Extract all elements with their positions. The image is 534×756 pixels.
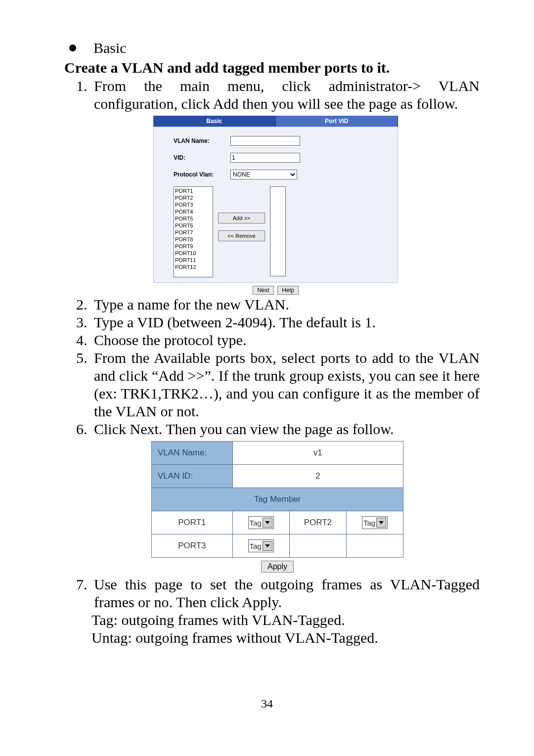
list-item[interactable]: PORT11: [175, 257, 212, 264]
step-6: Click Next. Then you can view the page a…: [91, 420, 480, 438]
section-heading: Create a VLAN and add tagged member port…: [64, 59, 480, 76]
chevron-down-icon: [376, 518, 386, 528]
tab-port-vid[interactable]: Port VID: [276, 116, 399, 127]
apply-button[interactable]: Apply: [261, 561, 294, 573]
port3-label: PORT3: [152, 534, 233, 558]
step-7b: Untag: outgoing frames without VLAN-Tagg…: [91, 629, 480, 647]
tag-member-header: Tag Member: [152, 488, 403, 511]
list-item[interactable]: PORT6: [175, 222, 212, 229]
list-item[interactable]: PORT8: [175, 236, 212, 243]
list-item[interactable]: PORT10: [175, 250, 212, 257]
next-button[interactable]: Next: [253, 286, 274, 295]
label-vlan-id: VLAN ID:: [152, 465, 233, 488]
port1-label: PORT1: [152, 511, 233, 534]
step-4: Choose the protocol type.: [91, 331, 480, 349]
vlan-name-value: v1: [232, 442, 403, 465]
step-7a: Tag: outgoing frames with VLAN-Tagged.: [91, 611, 480, 629]
step-3: Type a VID (between 2-4094). The default…: [91, 313, 480, 331]
port2-tag-select[interactable]: Tag: [362, 516, 388, 529]
port3-tag-select[interactable]: Tag: [248, 539, 274, 552]
step-5: From the Available ports box, select por…: [91, 349, 480, 420]
remove-port-button[interactable]: << Remove: [218, 230, 265, 241]
page-number: 34: [0, 697, 534, 711]
list-item[interactable]: PORT4: [175, 208, 212, 215]
figure-tag-member: VLAN Name: v1 VLAN ID: 2 Tag Member PORT…: [151, 441, 403, 573]
figure-vlan-basic: Basic Port VID VLAN Name: VID: Protocol …: [153, 116, 398, 295]
selected-ports-list[interactable]: [270, 186, 286, 276]
help-button[interactable]: Help: [277, 286, 299, 295]
list-item[interactable]: PORT12: [175, 264, 212, 270]
port1-tag-select[interactable]: Tag: [248, 516, 274, 529]
add-port-button[interactable]: Add >>: [218, 213, 265, 223]
list-item[interactable]: PORT2: [175, 194, 212, 201]
chevron-down-icon: [263, 518, 272, 528]
bullet-basic-text: Basic: [93, 40, 127, 56]
list-item[interactable]: PORT9: [175, 243, 212, 250]
list-item[interactable]: PORT1: [175, 187, 212, 194]
list-item[interactable]: PORT7: [175, 229, 212, 236]
vlan-name-input[interactable]: [230, 136, 300, 146]
list-item[interactable]: PORT3: [175, 201, 212, 208]
step-7: Use this page to set the outgoing frames…: [91, 576, 480, 611]
available-ports-list[interactable]: PORT1 PORT2 PORT3 PORT4 PORT5 PORT6 PORT…: [174, 186, 213, 277]
step-1: From the main menu, click administrator-…: [91, 77, 480, 113]
label-vid: VID:: [174, 154, 230, 161]
label-vlan-name-2: VLAN Name:: [152, 442, 233, 465]
bullet-icon: [69, 44, 76, 51]
vid-input[interactable]: [230, 153, 300, 163]
chevron-down-icon: [263, 541, 272, 551]
label-vlan-name: VLAN Name:: [174, 137, 230, 144]
vlan-id-value: 2: [232, 465, 403, 488]
port2-label: PORT2: [289, 511, 347, 534]
step-2: Type a name for the new VLAN.: [91, 296, 480, 313]
tab-basic[interactable]: Basic: [153, 116, 276, 127]
list-item[interactable]: PORT5: [175, 215, 212, 222]
